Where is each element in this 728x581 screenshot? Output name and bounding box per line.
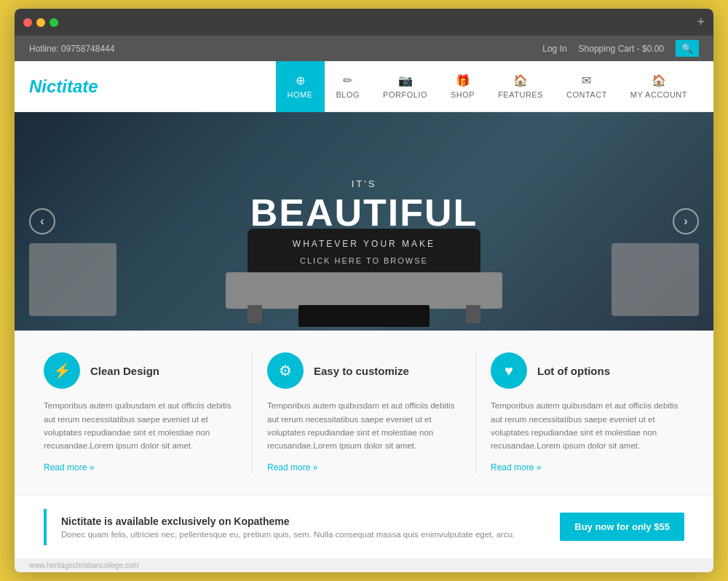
login-link[interactable]: Log In [542, 44, 566, 54]
feature-divider-2 [475, 352, 476, 473]
nav-label-blog: BLOG [336, 90, 360, 99]
feature-title-2: Easy to customize [314, 365, 409, 377]
feature-header-3: ♥ Lot of options [491, 352, 684, 389]
feature-icon-2: ⚙ [267, 352, 304, 389]
read-more-1[interactable]: Read more » [44, 462, 94, 473]
feature-desc-2: Temporibus autem quibusdam et aut offici… [267, 399, 461, 453]
nav-items: ⊕ HOME ✏ BLOG 📷 PORFOLIO 🎁 SHOP 🏠 FEATUR… [276, 61, 699, 112]
feature-header-2: ⚙ Easy to customize [267, 352, 461, 389]
slider-prev-button[interactable]: ‹ [29, 208, 55, 234]
contact-icon: ✉ [582, 74, 591, 87]
nav-item-blog[interactable]: ✏ BLOG [325, 61, 372, 112]
new-tab-icon[interactable]: + [697, 15, 705, 30]
browser-chrome: + [15, 9, 713, 36]
feature-title-1: Clean Design [90, 365, 159, 377]
top-bar-right: Log In Shopping Cart - $0.00 🔍 [542, 40, 699, 57]
close-dot[interactable] [23, 18, 32, 27]
sofa-leg-left [248, 305, 262, 323]
feature-desc-1: Temporibus autem quibusdam et aut offici… [44, 399, 237, 453]
myaccount-icon: 🏠 [652, 74, 666, 87]
hero-title: BEAUTIFUL [250, 194, 478, 232]
feature-easy-customize: ⚙ Easy to customize Temporibus autem qui… [267, 352, 461, 473]
home-icon: ⊕ [296, 74, 305, 87]
site-url: www.heritagechristiancollege.com [15, 558, 713, 572]
nav-label-myaccount: MY ACCOUNT [630, 90, 687, 99]
nav-item-portfolio[interactable]: 📷 PORFOLIO [371, 61, 439, 112]
nav-item-myaccount[interactable]: 🏠 MY ACCOUNT [619, 61, 699, 112]
search-icon: 🔍 [681, 43, 693, 54]
feature-divider-1 [252, 352, 253, 473]
feature-header-1: ⚡ Clean Design [44, 352, 237, 389]
hero-cta-link[interactable]: CLICK HERE TO BROWSE [250, 256, 478, 265]
cta-buy-button[interactable]: Buy now for only $55 [560, 513, 684, 541]
blog-icon: ✏ [343, 74, 352, 87]
portfolio-icon: 📷 [398, 74, 413, 87]
read-more-2[interactable]: Read more » [267, 462, 317, 473]
feature-icon-3: ♥ [491, 352, 527, 389]
cta-banner: Nictitate is available exclusively on Ko… [15, 495, 713, 558]
feature-title-3: Lot of options [537, 365, 610, 377]
sofa-seat [226, 272, 502, 309]
top-bar: Hotline: 09758748444 Log In Shopping Car… [15, 36, 713, 61]
features-icon: 🏠 [513, 74, 528, 87]
sofa-leg-right [466, 305, 480, 323]
features-section: ⚡ Clean Design Temporibus autem quibusda… [15, 331, 713, 495]
hero-text: IT'S BEAUTIFUL WHATEVER YOUR MAKE CLICK … [250, 178, 478, 265]
cart-link[interactable]: Shopping Cart - $0.00 [579, 44, 664, 54]
chair-right [612, 243, 699, 316]
maximize-dot[interactable] [50, 18, 58, 27]
gear-icon: ⚙ [279, 362, 292, 379]
nav-label-features: FEATURES [498, 90, 543, 99]
nav-item-shop[interactable]: 🎁 SHOP [439, 61, 486, 112]
minimize-dot[interactable] [36, 18, 45, 27]
nav-label-shop: SHOP [451, 90, 475, 99]
browser-window: + Hotline: 09758748444 Log In Shopping C… [15, 9, 713, 572]
prev-icon: ‹ [40, 215, 44, 228]
hero-description: WHATEVER YOUR MAKE [250, 239, 478, 249]
cta-border-accent [44, 509, 47, 545]
hotline-text: Hotline: 09758748444 [29, 44, 114, 54]
heart-icon: ♥ [505, 363, 513, 379]
read-more-3[interactable]: Read more » [491, 462, 541, 473]
hero-slider: IT'S BEAUTIFUL WHATEVER YOUR MAKE CLICK … [15, 112, 713, 331]
main-nav: Nictitate ⊕ HOME ✏ BLOG 📷 PORFOLIO 🎁 SHO… [15, 61, 713, 112]
hero-subtitle: IT'S [250, 178, 478, 189]
lightning-icon: ⚡ [53, 362, 71, 379]
cta-subtitle: Donec quam felis, ultricies nec, pellent… [61, 530, 545, 539]
search-button[interactable]: 🔍 [676, 40, 699, 57]
cta-text-block: Nictitate is available exclusively on Ko… [61, 515, 545, 539]
feature-lot-options: ♥ Lot of options Temporibus autem quibus… [491, 352, 684, 473]
nav-label-portfolio: PORFOLIO [383, 90, 427, 99]
slider-next-button[interactable]: › [673, 208, 699, 234]
site-logo[interactable]: Nictitate [29, 76, 98, 97]
coffee-table [298, 305, 430, 327]
feature-clean-design: ⚡ Clean Design Temporibus autem quibusda… [44, 352, 237, 473]
nav-item-home[interactable]: ⊕ HOME [276, 61, 325, 112]
cta-title: Nictitate is available exclusively on Ko… [61, 515, 545, 527]
feature-icon-1: ⚡ [44, 352, 80, 389]
chair-left [29, 243, 116, 316]
feature-desc-3: Temporibus autem quibusdam et aut offici… [491, 399, 684, 453]
nav-label-home: HOME [288, 90, 313, 99]
nav-item-features[interactable]: 🏠 FEATURES [486, 61, 555, 112]
nav-item-contact[interactable]: ✉ CONTACT [555, 61, 619, 112]
next-icon: › [684, 215, 687, 228]
nav-label-contact: CONTACT [566, 90, 607, 99]
shop-icon: 🎁 [456, 74, 470, 87]
